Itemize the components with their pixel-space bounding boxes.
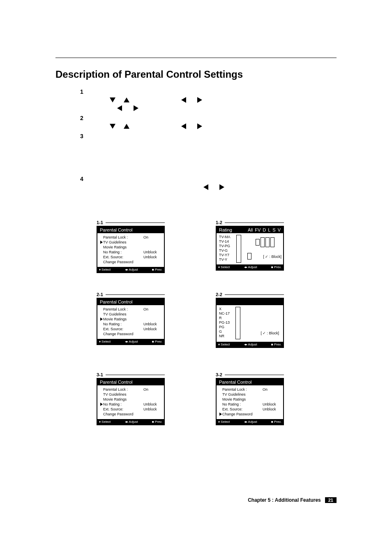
left-arrow-icon [203, 184, 208, 190]
right-arrow-icon [219, 184, 224, 190]
page-footer: Chapter 5 : Additional Features 21 [248, 497, 337, 503]
screen-1-1: 1-1 Parental Control Parental Lock :On T… [97, 220, 165, 273]
step-body [89, 114, 310, 130]
menu-item: No Rating : [222, 402, 263, 406]
caret-icon [100, 241, 103, 244]
menu-item: Movie Ratings [103, 245, 143, 249]
menu-value: Unblock [143, 402, 161, 406]
menu-value: Unblock [143, 322, 161, 326]
top-rule [55, 58, 337, 58]
step-3: 3 [80, 132, 310, 173]
osd-screens-area: 1-1 Parental Control Parental Lock :On T… [55, 220, 337, 475]
manual-page: Description of Parental Control Settings… [0, 0, 392, 540]
step-number: 1 [80, 88, 89, 112]
osd-rating: Rating All FV D L S V TV-MA TV-14 TV-PG [216, 226, 284, 271]
menu-item: Ext. Source: [103, 255, 143, 259]
left-arrow-icon [181, 123, 186, 129]
menu-item: No Rating : [103, 250, 143, 254]
screen-label: 2-2 [216, 292, 222, 297]
menu-value: On [143, 235, 161, 239]
menu-item: TV Guidelines [103, 240, 143, 244]
menu-value: Unblock [263, 407, 281, 411]
menu-value: Unblock [143, 250, 161, 254]
right-arrow-icon [197, 97, 202, 103]
right-arrow-icon [134, 105, 138, 111]
movie-rows: X NC-17 R PG-13 PG G NR [219, 307, 235, 339]
osd-menu: Parental Control Parental Lock :On TV Gu… [97, 378, 165, 425]
menu-item: Parental Lock : [222, 387, 263, 392]
osd-title: Parental Control [100, 380, 133, 385]
left-arrow-icon [117, 105, 122, 111]
page-title: Description of Parental Control Settings [55, 69, 337, 80]
rating-rows: TV-MA TV-14 TV-PG TV-G TV-Y7 TV-Y [219, 235, 234, 262]
osd-title: Parental Control [219, 380, 252, 385]
osd-footer: ♦Select ◂▸Adjust ■Prev. [217, 264, 283, 270]
screen-1-2: 1-2 Rating All FV D L S V TV-MA [216, 220, 284, 271]
step-2: 2 [80, 114, 310, 130]
screen-label: 3-1 [97, 372, 103, 377]
step-number: 4 [80, 175, 89, 208]
menu-item: Ext. Source: [103, 407, 143, 411]
osd-title: Rating [219, 227, 232, 232]
menu-item: Parental Lock : [103, 235, 143, 239]
osd-menu: Parental Control Parental Lock :On TV Gu… [97, 298, 165, 345]
menu-item: Movie Ratings [103, 397, 143, 401]
menu-item: Movie Ratings [222, 397, 263, 401]
up-arrow-icon [124, 124, 129, 129]
menu-item: Change Password [103, 332, 143, 336]
osd-movie-rating: X NC-17 R PG-13 PG G NR [ ✓ : Block] ♦Se… [216, 298, 284, 348]
menu-item: Change Password [222, 412, 263, 416]
block-note: [ ✓ : Block] [261, 331, 279, 335]
screen-2-1: 2-1 Parental Control Parental Lock :On T… [97, 292, 165, 345]
down-arrow-icon [110, 124, 115, 129]
step-number: 2 [80, 114, 89, 130]
menu-item: No Rating : [103, 402, 143, 406]
menu-value: Unblock [263, 402, 281, 406]
screen-2-2: 2-2 X NC-17 R PG-13 PG G NR [ ✓ : [216, 292, 284, 348]
caret-icon [100, 318, 103, 321]
menu-item: TV Guidelines [103, 392, 143, 396]
screen-label: 1-2 [216, 220, 222, 225]
menu-value: Unblock [143, 407, 161, 411]
step-4: 4 [80, 175, 310, 208]
menu-item: Change Password [103, 412, 143, 416]
osd-footer: ♦Select ◂▸Adjust ■Prev. [97, 339, 164, 344]
steps-list: 1 [80, 88, 310, 208]
menu-value: On [143, 387, 161, 392]
menu-item: Change Password [103, 260, 143, 264]
step-number: 3 [80, 132, 89, 173]
step-body [89, 88, 310, 112]
menu-value: Unblock [143, 327, 161, 331]
block-note: [ ✓ : Block] [263, 255, 281, 259]
menu-value: On [263, 387, 281, 392]
osd-footer: ♦Select ◂▸Adjust ■Prev. [217, 419, 283, 424]
menu-item: TV Guidelines [103, 312, 143, 316]
movie-grid-box [235, 307, 240, 339]
menu-value: On [143, 307, 161, 311]
osd-footer: ♦Select ◂▸Adjust ■Prev. [97, 419, 164, 424]
screen-3-1: 3-1 Parental Control Parental Lock :On T… [97, 372, 165, 425]
left-arrow-icon [181, 97, 186, 103]
osd-menu: Parental Control Parental Lock :On TV Gu… [216, 378, 284, 425]
osd-title: Parental Control [100, 227, 133, 232]
menu-value: Unblock [143, 255, 161, 259]
up-arrow-icon [124, 97, 129, 102]
step-body [89, 175, 310, 208]
screen-label: 1-1 [97, 220, 103, 225]
caret-icon [219, 413, 222, 416]
osd-footer: ♦Select ◂▸Adjust ■Prev. [97, 267, 164, 272]
step-body [89, 132, 310, 173]
page-number: 21 [325, 497, 337, 503]
osd-menu: Parental Control Parental Lock :On TV Gu… [97, 226, 165, 273]
menu-item: Ext. Source: [103, 327, 143, 331]
osd-footer: ♦Select ◂▸Adjust ■Prev. [217, 342, 283, 347]
menu-item: Ext. Source: [222, 407, 263, 411]
screen-label: 2-1 [97, 292, 103, 297]
screen-label: 3-2 [216, 372, 222, 377]
right-arrow-icon [197, 123, 202, 129]
osd-title: Parental Control [100, 299, 133, 304]
step-1: 1 [80, 88, 310, 112]
chapter-label: Chapter 5 : Additional Features [248, 497, 321, 503]
caret-icon [100, 403, 103, 406]
menu-item: Parental Lock : [103, 307, 143, 311]
